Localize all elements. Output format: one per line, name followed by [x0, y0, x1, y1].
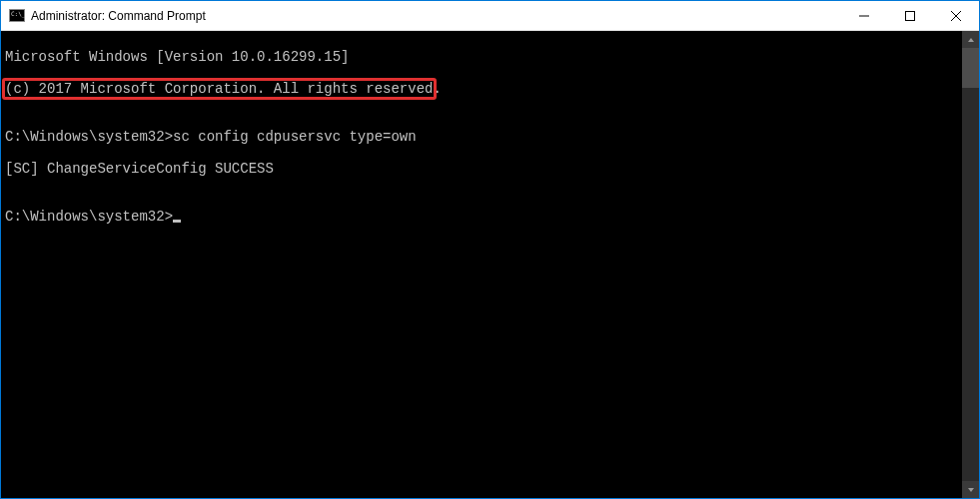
cmd-icon: [9, 9, 25, 22]
command-line-1: C:\Windows\system32>sc config cdpusersvc…: [5, 129, 958, 145]
scroll-track[interactable]: [962, 48, 979, 481]
svg-marker-5: [968, 488, 974, 492]
command-line-2: C:\Windows\system32>: [5, 209, 958, 225]
window-title: Administrator: Command Prompt: [31, 9, 206, 23]
version-line: Microsoft Windows [Version 10.0.16299.15…: [5, 49, 958, 65]
console-output[interactable]: Microsoft Windows [Version 10.0.16299.15…: [1, 31, 962, 498]
cmd-window: Administrator: Command Prompt Microsoft …: [0, 0, 980, 499]
vertical-scrollbar[interactable]: [962, 31, 979, 498]
minimize-button[interactable]: [841, 1, 887, 31]
response-line: [SC] ChangeServiceConfig SUCCESS: [5, 161, 958, 177]
titlebar[interactable]: Administrator: Command Prompt: [1, 1, 979, 31]
svg-marker-4: [968, 38, 974, 42]
scroll-down-button[interactable]: [962, 481, 979, 498]
close-button[interactable]: [933, 1, 979, 31]
typed-command: sc config cdpusersvc type=own: [173, 129, 417, 145]
svg-rect-1: [906, 11, 915, 20]
prompt-2: C:\Windows\system32>: [5, 209, 173, 225]
scroll-thumb[interactable]: [962, 48, 979, 88]
prompt-1: C:\Windows\system32>: [5, 129, 173, 145]
scroll-up-button[interactable]: [962, 31, 979, 48]
cursor: [173, 220, 181, 223]
maximize-button[interactable]: [887, 1, 933, 31]
copyright-line: (c) 2017 Microsoft Corporation. All righ…: [5, 81, 958, 97]
console-area: Microsoft Windows [Version 10.0.16299.15…: [1, 31, 979, 498]
